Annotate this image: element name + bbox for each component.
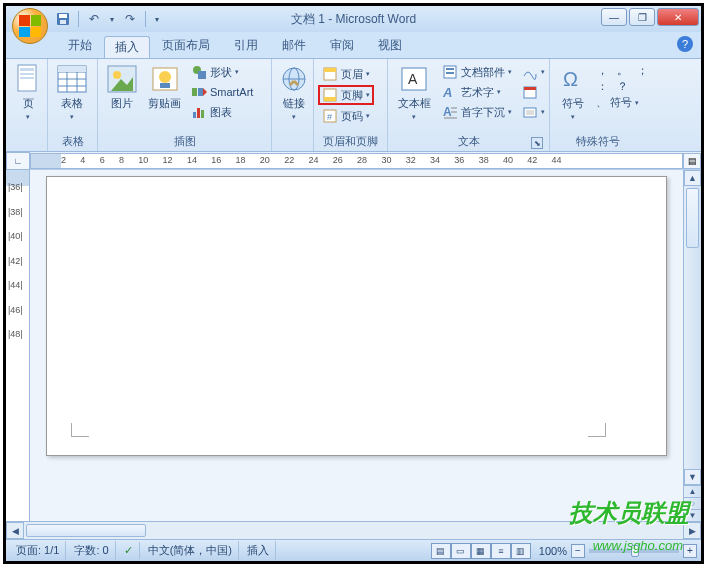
ruler-h-numbers: 2468101214161820222426283032343638404244 [61,155,562,165]
dropdown-arrow-icon: ▾ [508,68,512,76]
browse-object-button[interactable]: ○ [684,497,701,509]
cover-page-button[interactable]: 页▾ [10,61,46,125]
office-button[interactable] [12,8,48,44]
group-label: 页眉和页脚 [318,132,383,151]
smartart-label: SmartArt [210,86,253,98]
signature-line-button[interactable]: ▾ [518,63,549,81]
dropdown-arrow-icon: ▾ [235,68,239,76]
quickparts-icon [442,64,458,80]
view-web[interactable]: ▦ [471,543,491,559]
status-proofing[interactable]: ✓ [118,542,140,559]
view-draft[interactable]: ▥ [511,543,531,559]
omega-icon: Ω [557,63,589,95]
tab-view[interactable]: 视图 [366,33,414,58]
scroll-down-button[interactable]: ▼ [684,469,701,485]
view-fullscreen[interactable]: ▭ [451,543,471,559]
links-label: 链接 [283,97,305,109]
symbol-semicolon[interactable]: ； [634,63,651,78]
zoom-out-button[interactable]: − [571,544,585,558]
scroll-track[interactable] [24,522,683,539]
minimize-button[interactable]: — [601,8,627,26]
svg-rect-19 [160,83,170,88]
svg-rect-32 [324,68,336,72]
ruler-vertical[interactable]: |36||38||40||42||44||46||48| [6,170,30,521]
close-button[interactable]: ✕ [657,8,699,26]
scroll-thumb[interactable] [686,188,699,248]
svg-rect-21 [198,71,206,79]
smartart-button[interactable]: SmartArt [187,83,257,101]
maximize-button[interactable]: ❐ [629,8,655,26]
svg-rect-41 [446,72,454,74]
tab-page-layout[interactable]: 页面布局 [150,33,222,58]
quickparts-button[interactable]: 文档部件 ▾ [438,63,516,81]
quick-access-toolbar: ↶ ▾ ↷ ▾ [54,10,162,28]
tab-review[interactable]: 审阅 [318,33,366,58]
equation-button[interactable]: Ω 符号▾ [554,61,592,125]
svg-rect-50 [526,110,534,115]
date-time-button[interactable] [518,83,549,101]
svg-rect-5 [20,73,34,75]
qat-customize-dropdown[interactable]: ▾ [152,10,162,28]
symbol-row: ， 。 ； [594,63,651,78]
browse-next-button[interactable]: ▼ [684,509,701,521]
zoom-slider-thumb[interactable] [631,545,639,557]
links-button[interactable]: 链接▾ [276,61,312,125]
tab-home[interactable]: 开始 [56,33,104,58]
wordart-button[interactable]: A 艺术字 ▾ [438,83,516,101]
tab-mailings[interactable]: 邮件 [270,33,318,58]
tab-insert[interactable]: 插入 [104,36,150,58]
horizontal-scrollbar[interactable]: ◀ ▶ [6,521,701,539]
tab-references[interactable]: 引用 [222,33,270,58]
table-button[interactable]: 表格▾ [52,61,92,125]
qat-save[interactable] [54,10,72,28]
status-word-count[interactable]: 字数: 0 [68,541,115,560]
page-number-button[interactable]: # 页码 ▾ [318,107,374,125]
scroll-up-button[interactable]: ▲ [684,170,701,186]
scroll-thumb[interactable] [26,524,146,537]
symbol-colon[interactable]: ： [594,79,611,94]
qat-undo[interactable]: ↶ [85,10,103,28]
picture-button[interactable]: 图片 [102,61,142,111]
symbol-comma[interactable]: ， [594,63,611,78]
textbox-button[interactable]: A 文本框▾ [392,61,436,125]
svg-rect-25 [193,112,196,118]
status-page[interactable]: 页面: 1/1 [10,541,66,560]
ruler-toggle[interactable]: ▤ [683,153,701,169]
dropcap-button[interactable]: A 首字下沉 ▾ [438,103,516,121]
zoom-percent[interactable]: 100% [539,545,567,557]
help-button[interactable]: ? [677,36,693,52]
symbol-period[interactable]: 。 [614,63,631,78]
header-label: 页眉 [341,67,363,82]
view-outline[interactable]: ≡ [491,543,511,559]
header-button[interactable]: 页眉 ▾ [318,65,374,83]
app-window: ↶ ▾ ↷ ▾ 文档 1 - Microsoft Word — ❐ ✕ 开始 插… [3,3,704,564]
group-launcher[interactable]: ⬊ [531,137,543,149]
footer-button[interactable]: 页脚 ▾ [318,85,374,105]
chart-button[interactable]: 图表 [187,103,257,121]
view-print-layout[interactable]: ▤ [431,543,451,559]
qat-redo[interactable]: ↷ [121,10,139,28]
scroll-left-button[interactable]: ◀ [6,522,24,539]
browse-prev-button[interactable]: ▲ [684,485,701,497]
vertical-scrollbar[interactable]: ▲ ▼ ▲ ○ ▼ [683,170,701,521]
symbol-question[interactable]: ？ [614,79,631,94]
status-insert-mode[interactable]: 插入 [241,541,276,560]
scroll-right-button[interactable]: ▶ [683,522,701,539]
page-margin-corner [588,423,606,437]
ruler-horizontal-row: ∟ 24681012141618202224262830323436384042… [6,152,701,170]
wordart-label: 艺术字 [461,85,494,100]
status-language[interactable]: 中文(简体，中国) [142,541,239,560]
dropdown-arrow-icon: ▾ [366,91,370,99]
document-page[interactable] [46,176,667,456]
tab-selector[interactable]: ∟ [6,152,30,170]
qat-separator [145,11,146,27]
zoom-slider[interactable] [589,549,679,553]
more-symbols-button[interactable]: 、 符号▾ [594,95,651,110]
shapes-button[interactable]: 形状 ▾ [187,63,257,81]
clipart-button[interactable]: 剪贴画 [144,61,185,111]
qat-undo-dropdown[interactable]: ▾ [107,10,117,28]
object-button[interactable]: ▾ [518,103,549,121]
ruler-horizontal[interactable]: 2468101214161820222426283032343638404244 [30,153,683,169]
zoom-in-button[interactable]: + [683,544,697,558]
page-viewport[interactable] [30,170,683,521]
